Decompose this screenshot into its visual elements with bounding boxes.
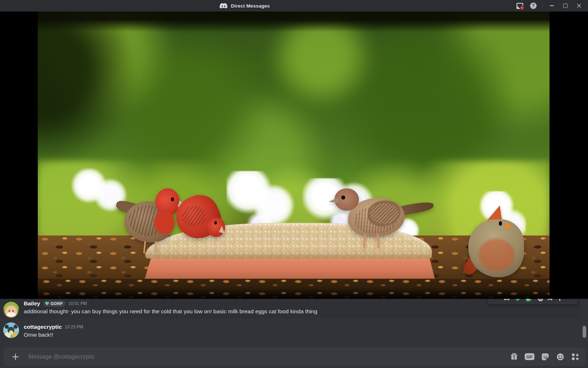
bird-feeder-video[interactable] xyxy=(38,12,550,299)
username[interactable]: cottagecryptic xyxy=(24,324,62,330)
bird-brown-finch xyxy=(334,188,432,250)
badge-label: GORP xyxy=(51,301,63,306)
minimize-icon xyxy=(550,5,554,6)
gif-button[interactable]: GIF xyxy=(525,353,534,360)
composer-icons: GIF xyxy=(510,352,585,361)
message-header: cottagecryptic 10:23 PM xyxy=(24,323,83,331)
inbox-icon xyxy=(516,3,523,9)
maximize-icon xyxy=(563,4,568,8)
avatar[interactable] xyxy=(3,322,19,338)
tag-badge: GORP xyxy=(43,300,66,307)
message-header: Bailey GORP 10:01 PM xyxy=(24,300,87,307)
titlebar-center: Direct Messages xyxy=(219,0,270,12)
help-button[interactable]: ? xyxy=(527,0,540,12)
sticker-button[interactable] xyxy=(541,352,550,361)
page-title: Direct Messages xyxy=(231,3,270,9)
apps-icon xyxy=(571,352,580,361)
bird-cardinal xyxy=(461,210,528,290)
titlebar-controls: ? xyxy=(513,0,586,12)
emoji-icon xyxy=(556,353,565,361)
close-button[interactable] xyxy=(572,0,586,12)
titlebar-divider xyxy=(542,3,543,9)
discord-window: Bailey GORP 10:01 PM additional thought-… xyxy=(0,0,588,368)
call-media-area xyxy=(0,12,588,299)
video-top-vignette xyxy=(38,12,550,32)
sticker-icon xyxy=(541,353,550,361)
chat-scrollbar-thumb[interactable] xyxy=(583,326,586,338)
plus-icon xyxy=(11,353,20,361)
apps-button[interactable] xyxy=(571,352,580,361)
message-input[interactable] xyxy=(28,353,510,360)
pansies-left xyxy=(71,168,127,217)
notification-dot xyxy=(520,5,524,10)
titlebar: Direct Messages ? xyxy=(0,0,588,12)
close-icon xyxy=(577,4,581,8)
message-text: Omw back!! xyxy=(24,331,53,338)
maximize-button[interactable] xyxy=(559,0,572,12)
discord-logo-icon xyxy=(219,3,228,9)
green-heart-icon xyxy=(45,301,49,306)
username[interactable]: Bailey xyxy=(24,300,40,307)
gift-button[interactable] xyxy=(510,352,519,361)
gift-icon xyxy=(510,353,518,361)
avatar[interactable] xyxy=(3,302,19,318)
message-text: additional thought- you can buy things y… xyxy=(24,308,317,315)
timestamp: 10:01 PM xyxy=(68,301,87,306)
timestamp: 10:23 PM xyxy=(65,324,83,329)
message-composer: GIF xyxy=(4,347,585,366)
video-bottom-vignette xyxy=(38,287,550,299)
gif-icon: GIF xyxy=(527,355,533,359)
attach-button[interactable] xyxy=(4,353,24,361)
help-icon: ? xyxy=(530,3,537,9)
bird-red-finch-pecking xyxy=(173,191,227,249)
minimize-button[interactable] xyxy=(545,0,559,12)
inbox-button[interactable] xyxy=(513,0,527,12)
emoji-button[interactable] xyxy=(556,352,565,361)
